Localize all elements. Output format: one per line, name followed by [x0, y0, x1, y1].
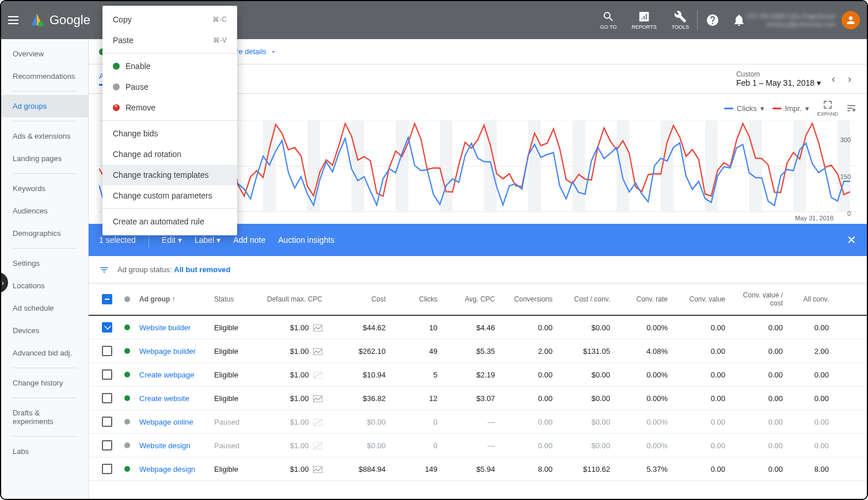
col-costconv[interactable]: Cost / conv.: [556, 295, 614, 303]
adgroup-link[interactable]: Create webpage: [136, 371, 211, 379]
col-convval[interactable]: Conv. value: [671, 295, 729, 303]
legend-impr[interactable]: Impr. ▾: [772, 104, 809, 113]
close-icon[interactable]: ✕: [847, 233, 856, 247]
col-cost[interactable]: Cost: [326, 295, 389, 303]
conv-cell: 0.00: [498, 394, 556, 403]
status-dot-icon: [124, 395, 130, 401]
filter-icon[interactable]: [99, 265, 109, 275]
edit-dropdown[interactable]: Edit ▾: [162, 235, 182, 245]
sidebar-item-overview[interactable]: Overview: [1, 43, 88, 65]
sidebar-item-demographics[interactable]: Demographics: [1, 222, 88, 245]
adgroup-link[interactable]: Webpage online: [136, 418, 211, 426]
date-prev-icon[interactable]: ‹: [827, 72, 840, 86]
col-convrate[interactable]: Conv. rate: [614, 295, 671, 303]
adgroup-link[interactable]: Website builder: [136, 323, 211, 332]
menu-paste[interactable]: Paste⌘-V: [102, 30, 237, 51]
row-checkbox[interactable]: [102, 417, 112, 427]
col-status[interactable]: Status: [211, 295, 262, 303]
svg-rect-16: [616, 120, 629, 212]
expand-chart[interactable]: EXPAND: [817, 100, 838, 117]
status-column-dot-icon[interactable]: [124, 296, 130, 302]
menu-change-tracking-templates[interactable]: Change tracking templates: [102, 165, 237, 185]
row-checkbox[interactable]: [102, 393, 112, 403]
sidebar-item-settings[interactable]: Settings: [1, 252, 88, 274]
row-checkbox[interactable]: [102, 464, 112, 474]
sidebar-item-ads-extensions[interactable]: Ads & extensions: [1, 125, 88, 147]
goto-tool[interactable]: GO TO: [600, 10, 617, 30]
menu-change-custom-parameters[interactable]: Change custom parameters: [102, 185, 237, 206]
menu-remove[interactable]: Remove: [102, 97, 237, 118]
menu-create-automated-rule[interactable]: Create an automated rule: [102, 211, 237, 232]
row-checkbox[interactable]: [102, 440, 112, 451]
adgroup-link[interactable]: Website design: [136, 441, 211, 450]
col-conv[interactable]: Conversions: [498, 295, 556, 303]
sidebar-item-labs[interactable]: Labs: [1, 440, 88, 463]
convrate-cell: 0.00%: [614, 371, 671, 379]
hamburger-icon[interactable]: [8, 13, 22, 27]
header-tools: GO TO REPORTS TOOLS: [600, 10, 689, 30]
col-allconv[interactable]: All conv.: [786, 295, 832, 303]
convval-cell: 0.00: [671, 441, 729, 450]
sidebar-item-keywords[interactable]: Keywords: [1, 177, 88, 200]
tools-tool[interactable]: TOOLS: [672, 10, 689, 30]
row-checkbox[interactable]: [102, 346, 112, 356]
date-range-picker[interactable]: Custom Feb 1 – May 31, 2018 ▾ ‹ ›: [736, 70, 856, 87]
col-cvcost[interactable]: Conv. value / cost: [729, 291, 786, 307]
sidebar-item-audiences[interactable]: Audiences: [1, 200, 88, 222]
add-note-button[interactable]: Add note: [233, 235, 265, 245]
menu-pause[interactable]: Pause: [102, 77, 237, 97]
sidebar-item-recommendations[interactable]: Recommendations: [1, 65, 88, 87]
menu-change-bids[interactable]: Change bids: [102, 123, 237, 144]
adgroup-link[interactable]: Webpage builder: [136, 347, 211, 356]
cost-cell: $884.94: [326, 465, 389, 474]
sidebar-item-ad-groups[interactable]: Ad groups: [1, 95, 88, 117]
adgroup-link[interactable]: Create website: [136, 394, 211, 403]
menu-enable[interactable]: Enable: [102, 56, 237, 77]
col-cpc[interactable]: Default max. CPC: [262, 295, 326, 303]
row-checkbox[interactable]: [102, 322, 112, 333]
label-dropdown[interactable]: Label ▾: [195, 235, 220, 245]
svg-line-28: [314, 420, 321, 425]
cvcost-cell: 0.00: [729, 441, 786, 450]
svg-line-30: [314, 444, 321, 448]
sidebar-item-locations[interactable]: Locations: [1, 274, 88, 297]
person-icon: [845, 14, 856, 26]
logo[interactable]: Google: [29, 12, 90, 28]
sidebar-item-change-history[interactable]: Change history: [1, 372, 88, 394]
date-next-icon[interactable]: ›: [843, 72, 856, 86]
clicks-cell: 0: [389, 441, 441, 450]
menu-change-ad-rotation[interactable]: Change ad rotation: [102, 144, 237, 165]
col-adgroup[interactable]: Ad group: [139, 295, 170, 303]
row-checkbox[interactable]: [102, 369, 112, 380]
sidebar-item-drafts-experiments[interactable]: Drafts & experiments: [1, 402, 88, 433]
help-icon[interactable]: [706, 13, 719, 27]
sidebar-item-devices[interactable]: Devices: [1, 319, 88, 342]
legend-clicks[interactable]: Clicks ▾: [724, 104, 764, 113]
filter-chip[interactable]: Ad group status: All but removed: [117, 265, 231, 274]
reports-tool[interactable]: REPORTS: [631, 10, 656, 30]
cpc-cell: $1.00: [262, 394, 326, 403]
select-all-checkbox[interactable]: [102, 294, 112, 304]
sidebar-item-landing-pages[interactable]: Landing pages: [1, 147, 88, 170]
menu-copy[interactable]: Copy⌘-C: [102, 9, 237, 30]
col-avgcpc[interactable]: Avg. CPC: [441, 295, 498, 303]
convval-cell: 0.00: [671, 418, 729, 426]
col-clicks[interactable]: Clicks: [389, 295, 441, 303]
cpc-cell: $1.00: [262, 441, 326, 450]
avgcpc-cell: $2.19: [441, 371, 498, 379]
cost-cell: $10.94: [326, 371, 389, 379]
clicks-cell: 10: [389, 323, 441, 332]
table-row: Website designPaused$1.00 $0.000—0.00$0.…: [89, 434, 867, 457]
clicks-cell: 5: [389, 371, 441, 379]
sidebar-item-advanced-bid-adj-[interactable]: Advanced bid adj.: [1, 342, 88, 364]
filter-row: Ad group status: All but removed: [89, 256, 867, 284]
adjust-icon[interactable]: [846, 103, 856, 113]
conv-cell: 8.00: [498, 465, 556, 474]
auction-insights-button[interactable]: Auction insights: [278, 235, 334, 245]
allconv-cell: 0.00: [786, 441, 832, 450]
avatar[interactable]: [842, 11, 860, 29]
sidebar-item-ad-schedule[interactable]: Ad schedule: [1, 297, 88, 319]
adgroup-link[interactable]: Webpage design: [136, 465, 211, 474]
convrate-cell: 5.37%: [614, 465, 671, 474]
bell-icon[interactable]: [732, 13, 746, 27]
